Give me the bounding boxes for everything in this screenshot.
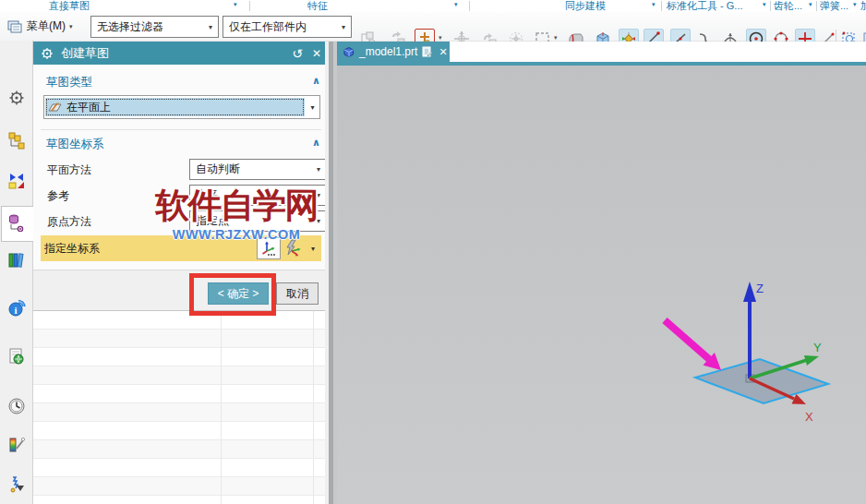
svg-text:X: X <box>805 410 813 424</box>
chevron-down-icon: ▾ <box>336 23 351 31</box>
inferred-csys-icon <box>283 239 302 258</box>
chevron-down-icon[interactable]: ▾ <box>554 34 558 42</box>
annotation-red-box <box>189 273 276 316</box>
navigator-table <box>33 311 325 504</box>
svg-text:Y: Y <box>813 341 822 354</box>
csys-dialog-button[interactable] <box>257 237 281 259</box>
annotation-arrow <box>665 320 721 370</box>
table-row[interactable] <box>33 366 325 385</box>
collapse-icon[interactable]: ∧ <box>312 75 320 87</box>
origin-method-dropdown[interactable]: 指定点 ▾ <box>189 210 327 232</box>
table-row[interactable] <box>33 385 325 403</box>
constraint-navigator-icon[interactable] <box>6 171 27 191</box>
dialog-gear-icon <box>41 47 54 60</box>
process-studio-icon[interactable] <box>6 474 27 495</box>
chevron-down-icon[interactable]: ▾ <box>454 1 458 8</box>
menu-icon <box>7 19 23 33</box>
plane-method-dropdown[interactable]: 自动判断 ▾ <box>189 159 327 180</box>
reset-icon[interactable]: ↺ <box>292 46 303 61</box>
csys-dialog-icon <box>260 240 277 257</box>
chevron-down-icon[interactable]: ▾ <box>305 245 321 253</box>
create-sketch-dialog: 创建草图 ↺ ✕ 草图类型 ∧ 在平面上 ▾ 草图坐标系 ∧ 平面方法 自动判断… <box>33 42 329 311</box>
ribbon-group-gear[interactable]: 齿轮... <box>774 0 802 12</box>
part-cube-icon <box>343 46 355 58</box>
history-icon[interactable] <box>6 396 27 416</box>
table-row[interactable] <box>33 440 325 459</box>
table-row[interactable] <box>33 422 325 440</box>
chevron-down-icon: ▾ <box>306 103 319 112</box>
graphics-viewport[interactable]: Z Y X <box>337 66 866 504</box>
chevron-down-icon[interactable]: ▾ <box>652 1 656 8</box>
svg-text:i: i <box>14 305 17 316</box>
ribbon-group-spring[interactable]: 弹簧... <box>820 0 848 12</box>
part-navigator-icon[interactable] <box>6 212 27 233</box>
table-row[interactable] <box>33 459 325 477</box>
section-sketch-csys[interactable]: 草图坐标系 <box>46 137 104 152</box>
chevron-down-icon[interactable]: ▾ <box>853 1 857 8</box>
table-column-divider <box>221 311 222 504</box>
menu-label: 菜单(M) <box>27 18 66 34</box>
selection-scope-value: 仅在工作部件内 <box>223 19 336 35</box>
menu-button[interactable]: 菜单(M) ▾ <box>4 16 77 37</box>
specify-csys-row[interactable]: 指定坐标系 ▾ <box>41 235 321 261</box>
dialog-title: 创建草图 <box>61 45 109 62</box>
selection-scope-dropdown[interactable]: 仅在工作部件内 ▾ <box>223 16 352 38</box>
chevron-down-icon: ▾ <box>311 191 326 199</box>
section-sketch-type[interactable]: 草图类型 <box>46 75 92 90</box>
chevron-down-icon[interactable]: ▾ <box>439 34 442 42</box>
datum-csys[interactable]: Z Y X <box>637 254 866 452</box>
chevron-down-icon: ▾ <box>311 165 326 174</box>
reference-label: 参考 <box>47 188 69 204</box>
svg-text:Z: Z <box>756 282 764 295</box>
chevron-down-icon: ▾ <box>203 23 218 31</box>
modified-doc-icon <box>422 46 432 57</box>
table-row[interactable] <box>33 348 325 366</box>
table-row[interactable] <box>33 477 325 496</box>
divider <box>770 1 771 11</box>
visualization-icon[interactable] <box>6 435 27 455</box>
ribbon-group-clipped[interactable]: 加... <box>860 0 866 12</box>
chevron-down-icon: ▾ <box>69 23 73 30</box>
table-row[interactable] <box>33 311 325 330</box>
chevron-down-icon[interactable]: ▾ <box>763 1 766 8</box>
selection-filter-value: 无选择过滤器 <box>91 19 203 35</box>
sketch-type-dropdown[interactable]: 在平面上 ▾ <box>43 95 320 119</box>
table-column-divider <box>313 311 314 504</box>
close-icon[interactable]: ✕ <box>312 47 321 60</box>
panel-splitter[interactable] <box>325 42 337 504</box>
ribbon-group-synchronous-modeling[interactable]: 同步建模 <box>565 0 606 12</box>
plane-method-value: 自动判断 <box>190 162 311 177</box>
table-row[interactable] <box>33 496 325 504</box>
specify-csys-label: 指定坐标系 <box>44 241 257 257</box>
history-palette-icon[interactable] <box>6 346 27 366</box>
ribbon-group-standard-tools[interactable]: 标准化工具 - G... <box>667 0 743 12</box>
resource-bar: i <box>0 41 33 504</box>
inferred-csys-button[interactable] <box>281 237 305 259</box>
part-tab-title: _model1.prt <box>359 45 417 58</box>
cancel-button[interactable]: 取消 <box>276 282 319 305</box>
part-tab-bar: _model1.prt ✕ <box>337 42 866 62</box>
dialog-titlebar[interactable]: 创建草图 ↺ ✕ <box>33 42 329 65</box>
selection-filter-dropdown[interactable]: 无选择过滤器 ▾ <box>90 16 219 38</box>
part-tab[interactable]: _model1.prt ✕ <box>337 42 450 62</box>
roles-gear-icon[interactable] <box>6 88 27 108</box>
chevron-down-icon[interactable]: ▾ <box>809 1 812 8</box>
ribbon-group-strip: 直接草图 ▾ 特征 ▾ 同步建模 ▾ 标准化工具 - G... ▾ 齿轮... … <box>0 0 866 12</box>
reuse-library-icon[interactable] <box>6 250 27 270</box>
chevron-down-icon[interactable]: ▾ <box>234 1 237 8</box>
tab-close-icon[interactable]: ✕ <box>439 46 447 58</box>
internet-explorer-icon[interactable]: i <box>6 298 27 318</box>
reference-dropdown[interactable]: 水平 ▾ <box>189 185 327 206</box>
assembly-navigator-icon[interactable] <box>6 130 27 150</box>
reference-value: 水平 <box>190 187 311 203</box>
divider <box>469 1 470 11</box>
ribbon-group-direct-sketch[interactable]: 直接草图 <box>49 0 90 12</box>
divider <box>41 129 321 130</box>
divider <box>661 1 662 11</box>
ribbon-group-feature[interactable]: 特征 <box>307 0 328 12</box>
collapse-icon[interactable]: ∧ <box>312 137 320 149</box>
chevron-down-icon: ▾ <box>311 217 326 225</box>
table-row[interactable] <box>33 330 325 348</box>
table-row[interactable] <box>33 403 325 422</box>
on-plane-icon <box>48 102 62 114</box>
